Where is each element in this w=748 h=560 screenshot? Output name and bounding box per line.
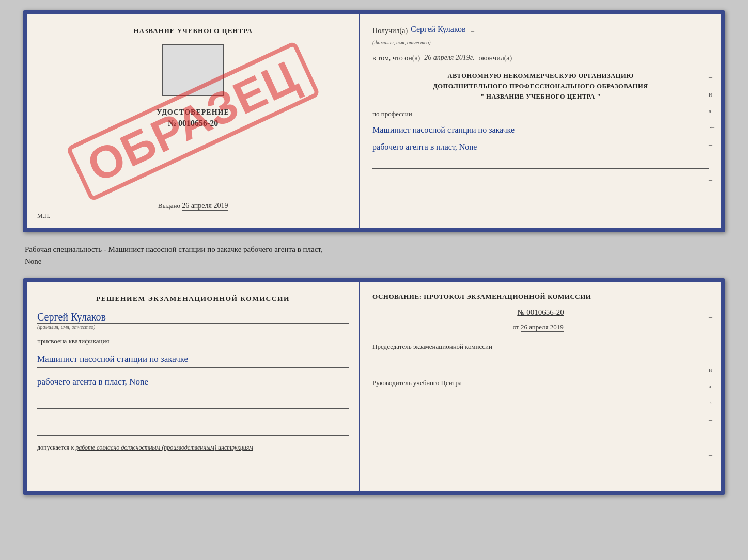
finished-label: окончил(а) [479, 54, 512, 62]
rukovoditel-block: Руководитель учебного Центра [372, 378, 709, 403]
org-line3: " НАЗВАНИЕ УЧЕБНОГО ЦЕНТРА " [372, 91, 709, 102]
vydano-line: Выдано 26 апреля 2019 [158, 194, 228, 210]
dopuskaetsya-text: работе согласно должностным (производств… [75, 444, 253, 451]
sign-line-2 [37, 412, 349, 422]
training-center-title: НАЗВАНИЕ УЧЕБНОГО ЦЕНТРА [133, 27, 253, 35]
person-name-bottom: Сергей Кулаков [37, 311, 349, 324]
dopuskaetsya-block: допускается к работе согласно должностны… [37, 444, 349, 452]
ot-date: от 26 апреля 2019 – [372, 323, 709, 331]
completion-date: 26 апреля 2019г. [424, 54, 474, 62]
profession-line1: Машинист насосной станции по закачке [372, 125, 709, 135]
bottom-doc-right: Основание: протокол экзаменационной коми… [360, 282, 721, 491]
date-line: в том, что он(а) 26 апреля 2019г. окончи… [372, 54, 709, 62]
profession-label: по профессии [372, 110, 709, 118]
received-line: Получил(а) Сергей Кулаков – (фамилия, им… [372, 25, 709, 46]
sign-line-3 [37, 425, 349, 436]
fio-label-bottom: (фамилия, имя, отчество) [37, 324, 349, 330]
photo-placeholder [162, 44, 224, 96]
received-label: Получил(а) [372, 27, 408, 35]
udostoverenie-block: УДОСТОВЕРЕНИЕ № 0010656-20 [157, 108, 229, 128]
top-doc-left: НАЗВАНИЕ УЧЕБНОГО ЦЕНТРА УДОСТОВЕРЕНИЕ №… [27, 14, 360, 228]
qualification-line1: Машинист насосной станции по закачке [37, 351, 349, 368]
middle-line1: Рабочая специальность - Машинист насосно… [25, 245, 323, 253]
right-edge-dashes: – – и а ← – – – – [709, 56, 716, 202]
recipient-name: Сергей Кулаков [411, 25, 465, 35]
vydano-date: 26 апреля 2019 [182, 202, 228, 211]
right-edge-dashes-bottom: – – – и а ← – – – – [709, 313, 716, 477]
cert-number: № 0010656-20 [157, 119, 229, 128]
bottom-lines [37, 398, 349, 436]
ot-label: от [513, 323, 519, 331]
udostoverenie-label: УДОСТОВЕРЕНИЕ [157, 108, 229, 117]
middle-text-block: Рабочая специальность - Машинист насосно… [23, 241, 725, 270]
vydano-label: Выдано [158, 202, 180, 210]
bottom-doc-left: Решением экзаменационной комиссии Сергей… [27, 282, 360, 491]
fio-label-top: (фамилия, имя, отчество) [372, 40, 430, 45]
predsedatel-sign-line [372, 356, 476, 366]
predsedatel-text: Председатель экзаменационной комиссии [372, 342, 709, 352]
protocol-number: № 0010656-20 [372, 308, 709, 317]
rukovoditel-sign-line [372, 392, 476, 402]
top-document: НАЗВАНИЕ УЧЕБНОГО ЦЕНТРА УДОСТОВЕРЕНИЕ №… [23, 10, 725, 232]
org-line2: ДОПОЛНИТЕЛЬНОГО ПРОФЕССИОНАЛЬНОГО ОБРАЗО… [372, 81, 709, 91]
org-block: АВТОНОМНУЮ НЕКОММЕРЧЕСКУЮ ОРГАНИЗАЦИЮ ДО… [372, 71, 709, 102]
prisvoena-text: присвоена квалификация [37, 337, 349, 345]
bottom-document: Решением экзаменационной комиссии Сергей… [23, 278, 725, 495]
predsedatel-block: Председатель экзаменационной комиссии [372, 342, 709, 366]
top-doc-right: Получил(а) Сергей Кулаков – (фамилия, им… [360, 14, 721, 228]
sign-line-1 [37, 398, 349, 409]
komissia-title: Решением экзаменационной комиссии [37, 295, 349, 303]
right-dash-1 [372, 159, 709, 169]
osnovaniye-text: Основание: протокол экзаменационной коми… [372, 293, 709, 301]
date-prefix: в том, что он(а) [372, 54, 420, 62]
org-line1: АВТОНОМНУЮ НЕКОММЕРЧЕСКУЮ ОРГАНИЗАЦИЮ [372, 71, 709, 81]
mp-label: М.П. [37, 212, 50, 220]
profession-line2: рабочего агента в пласт, None [372, 142, 709, 152]
date-dash: – [565, 323, 569, 331]
qualification-line2: рабочего агента в пласт, None [37, 374, 349, 391]
name-block-bottom: Сергей Кулаков (фамилия, имя, отчество) [37, 311, 349, 330]
dopuskaetsya-prefix: допускается к [37, 444, 74, 451]
protocol-date: 26 апреля 2019 [521, 323, 564, 332]
middle-line2: None [25, 257, 42, 265]
rukovoditel-text: Руководитель учебного Центра [372, 378, 709, 388]
final-line-bottom-left [37, 460, 349, 470]
